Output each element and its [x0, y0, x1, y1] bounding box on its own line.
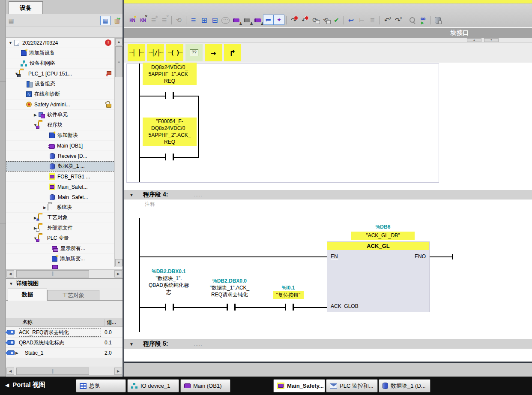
- taskbar-datablock1-button[interactable]: 数据块_1 (D...: [379, 379, 430, 392]
- operand-label[interactable]: "F00054_F- DQ8x24VDC/0_ 5APPHF_1".ACK_ R…: [143, 63, 197, 85]
- tree-item-clipped[interactable]: [6, 264, 123, 269]
- update-block-calls-icon[interactable]: [310, 15, 320, 25]
- tree-item-devices-networks[interactable]: 设备和网络: [6, 58, 123, 69]
- scroll-right-icon[interactable]: ▶: [114, 270, 122, 277]
- block-interface-bar[interactable]: 块接口: [124, 27, 532, 38]
- network-comments-toggle-icon[interactable]: [220, 15, 231, 25]
- show-absolute-operands-icon[interactable]: [231, 15, 242, 25]
- tree-item-external-sources[interactable]: 外部源文件: [6, 223, 123, 233]
- db-instance-name[interactable]: "ACK_GL_DB": [351, 232, 415, 240]
- network5-title-placeholder[interactable]: .....: [194, 341, 202, 347]
- consistency-check-icon[interactable]: [331, 15, 342, 25]
- scrollbar-thumb[interactable]: [115, 46, 123, 77]
- column-name[interactable]: 名称: [6, 319, 105, 326]
- tree-item-software-units[interactable]: 软件单元: [6, 110, 123, 120]
- tree-item-main-safety-fb[interactable]: Main_Safet...: [6, 182, 123, 192]
- detail-row-qbad[interactable]: QBAD系统钝化标志 0.1: [6, 338, 123, 348]
- taskbar-overview-button[interactable]: 总览: [76, 379, 126, 392]
- tree-item-technology-objects[interactable]: 工艺对象: [6, 213, 123, 223]
- favorite-coil-icon[interactable]: [166, 44, 183, 61]
- insert-network-icon[interactable]: [127, 15, 137, 25]
- tree-item-datablock1[interactable]: 数据块_1 ...: [6, 161, 123, 172]
- expand-all-networks-icon[interactable]: [199, 15, 209, 25]
- favorite-close-branch-icon[interactable]: [224, 44, 241, 61]
- goto-device-view-icon[interactable]: ▥: [112, 16, 123, 25]
- contact-icon[interactable]: [173, 154, 174, 160]
- monitoring-toggle-icon[interactable]: [418, 15, 428, 25]
- scroll-left-icon[interactable]: ◀: [6, 270, 14, 277]
- portal-view-button[interactable]: ◀ Portal 视图: [5, 381, 45, 389]
- tree-vertical-scrollbar[interactable]: ▲ ▼: [114, 38, 123, 267]
- detail-row-ack-req[interactable]: ACK_REQ请求去钝化 0.0: [6, 327, 123, 338]
- contact-icon[interactable]: [165, 154, 166, 160]
- expander-icon[interactable]: [42, 205, 48, 210]
- detail-horizontal-scrollbar[interactable]: ◀ ▶: [6, 367, 123, 376]
- pin-en[interactable]: EN: [331, 253, 338, 260]
- operand-label[interactable]: %I0.1 "复位按钮": [259, 284, 317, 299]
- tree-item-project[interactable]: 20220227f0324: [6, 38, 123, 48]
- contact-icon[interactable]: [165, 304, 166, 311]
- tree-item-add-device[interactable]: 添加新设备: [6, 48, 123, 58]
- tree-horizontal-scrollbar[interactable]: ◀ ▶: [6, 269, 123, 278]
- contact-icon[interactable]: [234, 304, 236, 311]
- tab-data[interactable]: 数据: [8, 289, 47, 301]
- jump-forward-icon[interactable]: [392, 15, 403, 25]
- show-symbolic-operands-icon[interactable]: [242, 15, 252, 25]
- goto-definition-icon[interactable]: [346, 15, 356, 25]
- network4-comment[interactable]: 注释: [145, 201, 155, 208]
- keep-actual-values-icon[interactable]: [173, 15, 184, 25]
- expander-icon[interactable]: [8, 41, 13, 45]
- db-instance-address[interactable]: %DB6: [351, 224, 415, 230]
- tree-item-online-diagnostics[interactable]: 在线和诊断: [6, 89, 123, 100]
- favorite-open-branch-icon[interactable]: [205, 44, 222, 61]
- detail-view-header[interactable]: ▼ 详细视图: [6, 278, 123, 288]
- tree-item-safety-admin[interactable]: Safety Admini...: [6, 100, 123, 110]
- find-replace-icon[interactable]: [407, 15, 418, 25]
- splitter-up-icon[interactable]: ▲: [467, 38, 481, 42]
- tree-item-system-blocks[interactable]: 系统块: [6, 202, 123, 213]
- taskbar-main-ob1-button[interactable]: Main (OB1): [180, 379, 230, 392]
- goto-previous-error-icon[interactable]: [299, 15, 310, 25]
- contact-icon[interactable]: [173, 304, 174, 311]
- contact-icon[interactable]: [173, 92, 174, 99]
- taskbar-io-device-button[interactable]: IO device_1: [127, 379, 179, 392]
- goto-next-error-icon[interactable]: [288, 15, 299, 25]
- show-both-operands-icon[interactable]: [252, 15, 263, 25]
- collapse-network-icon[interactable]: ▼: [129, 342, 135, 347]
- pin-ack-glob[interactable]: ACK_GLOB: [331, 303, 359, 309]
- network5-header[interactable]: ▼ 程序段 5: .....: [124, 339, 532, 349]
- program-outline-icon[interactable]: [188, 15, 199, 25]
- operand-label[interactable]: "F00054_F- DQ8x24VDC/0_ 5APPHF_2".ACK_ R…: [143, 118, 197, 146]
- update-inconsistent-calls-icon[interactable]: [320, 15, 331, 25]
- favorite-contact-no-icon[interactable]: [128, 44, 145, 61]
- splitter-down-icon[interactable]: ▼: [484, 38, 499, 42]
- operand-label[interactable]: %DB2.DBX0.0 "数据块_1".ACK_ REQ请求去钝化: [201, 277, 258, 298]
- scroll-right-icon[interactable]: ▶: [114, 368, 122, 375]
- tree-item-device-config[interactable]: 设备组态: [6, 79, 123, 89]
- expander-icon[interactable]: [33, 113, 38, 117]
- tab-devices[interactable]: 设备: [9, 1, 43, 14]
- favorite-empty-box-icon[interactable]: ??: [185, 44, 203, 61]
- insert-row-icon[interactable]: [148, 15, 159, 25]
- column-offset[interactable]: 偏...: [105, 319, 123, 326]
- scroll-left-icon[interactable]: ◀: [6, 368, 14, 375]
- contact-icon[interactable]: [165, 92, 166, 99]
- expander-icon[interactable]: ▶: [15, 351, 21, 355]
- tree-item-add-tag-table[interactable]: 添加新变...: [6, 254, 123, 264]
- jump-back-icon[interactable]: [382, 15, 392, 25]
- call-structure-icon[interactable]: [356, 15, 367, 25]
- taskbar-main-safety-button[interactable]: Main_Safety...: [273, 379, 325, 392]
- scrollbar-thumb[interactable]: [16, 270, 89, 277]
- tab-technology-objects[interactable]: 工艺对象: [47, 290, 99, 301]
- detail-columns-toggle-icon[interactable]: ▦: [100, 16, 111, 25]
- delete-row-icon[interactable]: [159, 15, 170, 25]
- collapse-chevron-icon[interactable]: ▼: [6, 281, 16, 286]
- tree-item-fob-rtg1[interactable]: FOB_RTG1 ...: [6, 172, 123, 182]
- operand-label[interactable]: %DB2.DBX0.1 "数据块_1". QBAD系统钝化标 志: [140, 268, 197, 295]
- contact-icon[interactable]: [227, 304, 228, 311]
- tree-item-main-ob1[interactable]: Main [OB1]: [6, 141, 123, 151]
- favorite-contact-nc-icon[interactable]: [147, 44, 164, 61]
- tree-item-show-all-tags[interactable]: 显示所有...: [6, 244, 123, 254]
- tree-item-main-safety-db[interactable]: Main_Safet...: [6, 192, 123, 202]
- scrollbar-thumb[interactable]: [16, 368, 89, 375]
